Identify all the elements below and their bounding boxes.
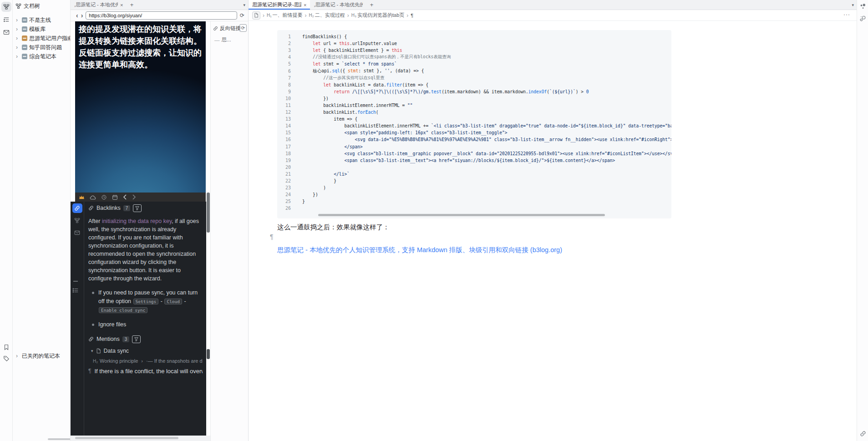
code-line: 22 } (277, 177, 671, 184)
chevron-right-icon[interactable]: › (16, 44, 20, 51)
line-number: 2 (277, 41, 291, 46)
close-tab-icon[interactable]: × (304, 2, 306, 8)
tab-menu-chevron-icon[interactable]: ▾ (243, 3, 245, 7)
outline-dock-button[interactable] (1, 15, 11, 25)
history-icon[interactable] (101, 194, 107, 200)
mention-result-row[interactable]: ¶ If there is a file conflict, the local… (88, 368, 203, 375)
line-number: 1 (277, 34, 291, 39)
doc-tree-dock-button[interactable] (1, 2, 11, 12)
pilcrow-icon: ¶ (270, 233, 274, 240)
breadcrumb-separator: › (406, 12, 408, 19)
back-button[interactable]: ‹ (76, 12, 78, 19)
list-gutter-icon[interactable] (72, 287, 79, 294)
tab-menu-chevron-icon[interactable]: ▾ (852, 3, 854, 7)
code-line: 18 <svg class="b3-list-item__graphic pop… (277, 150, 671, 157)
browser-vscrollbar[interactable] (206, 21, 210, 436)
filter-button[interactable] (133, 204, 142, 212)
chevron-left-icon[interactable] (123, 194, 127, 200)
url-input[interactable] (86, 11, 237, 20)
crown-icon[interactable] (79, 195, 85, 200)
sidebar-notebook-item[interactable]: ›不是主线 (13, 15, 70, 25)
bullet-item[interactable]: Ignore files (92, 320, 201, 329)
graph-tab-button[interactable] (72, 216, 82, 225)
code-line: 3 let { backlinkListElement } = this (277, 47, 671, 54)
code-lines: 1findBacklinks() {2 let url = this.urlIn… (277, 33, 671, 212)
line-number: 21 (277, 172, 291, 177)
cloud-icon[interactable] (90, 195, 96, 200)
inbox-dock-button[interactable] (1, 27, 11, 37)
code-line: 26 (277, 205, 671, 212)
sidebar-notebook-item[interactable]: ›思源笔记用户指南 (13, 34, 70, 43)
browser-pane: ,思源笔记 - 本地优先的 × + ▾ ‹ › ⟳ 接的提及发现潜在的知识关联，… (71, 0, 248, 441)
line-number: 19 (277, 158, 291, 163)
backlink-tab-button[interactable] (72, 203, 82, 213)
breadcrumb-item[interactable]: H₃实现仿浏览器的tab页 (351, 12, 405, 19)
inbox-tab-button[interactable] (72, 228, 82, 238)
more-icon[interactable]: ··· (843, 11, 850, 18)
bullet-item[interactable]: If you need to pause sync, you can turn … (92, 289, 201, 314)
sidebar-notebook-item[interactable]: ›知乎回答问题 (13, 43, 70, 52)
refresh-button[interactable]: ⟳ (239, 24, 247, 32)
forward-button[interactable]: › (81, 12, 83, 19)
chevron-right-icon[interactable]: › (16, 53, 20, 60)
code-hscrollbar[interactable] (318, 214, 605, 216)
link-icon (74, 205, 80, 211)
code-block[interactable]: 1findBacklinks() {2 let url = this.urlIn… (277, 30, 671, 218)
chevron-right-icon[interactable]: › (16, 35, 20, 41)
chevron-right-icon[interactable] (132, 194, 136, 200)
close-tab-icon[interactable]: × (120, 2, 123, 8)
chevron-right-icon[interactable]: › (16, 17, 20, 23)
code-line: 19 <span class="b3-list-item__text"><a h… (277, 157, 671, 164)
chevron-right-icon[interactable]: › (16, 26, 20, 32)
breadcrumb-item[interactable]: ¶ (411, 13, 413, 18)
scrollbar-thumb[interactable] (207, 193, 210, 233)
global-graph-dock-button[interactable] (858, 14, 867, 23)
chevron-down-icon[interactable]: ▾ (91, 349, 93, 353)
backlink-strip-item[interactable]: — 思... (211, 32, 248, 43)
tab-label: ,思源笔记 - 本地优先的 (314, 1, 363, 8)
breadcrumb-item[interactable]: H₂二、实现过程 (309, 12, 345, 19)
code-line: 23 ) (277, 184, 671, 191)
calendar-icon[interactable] (112, 194, 118, 200)
filter-button[interactable] (132, 335, 141, 343)
scrollbar-thumb[interactable] (75, 437, 178, 439)
scrollbar-thumb[interactable] (207, 349, 210, 359)
editor-content[interactable]: 1findBacklinks() {2 let url = this.urlIn… (249, 21, 857, 441)
dash-gutter-icon[interactable] (72, 280, 79, 283)
editor-tab[interactable]: 思源笔记折腾记录-思源P× (249, 0, 310, 10)
graph-dock-button[interactable] (858, 2, 867, 11)
breadcrumb-item[interactable]: H₁一、前情提要 (267, 12, 303, 19)
editor-tab[interactable]: ,思源笔记 - 本地优先的 (310, 0, 366, 10)
tag-dock-button[interactable] (1, 354, 11, 364)
refresh-icon[interactable]: ⟳ (240, 12, 244, 19)
closed-notebooks-item[interactable]: › 已关闭的笔记本 (13, 351, 60, 360)
webpage-view[interactable]: 接的提及发现潜在的知识关联，将提及转换为链接来固化关联结构。反链面板支持过滤搜索… (75, 21, 206, 193)
code-line: 14 backlinkListElement.innerHTML += `<li… (277, 122, 671, 129)
notebook-icon (22, 26, 27, 32)
panel-hscrollbar[interactable] (71, 436, 210, 441)
line-number: 5 (277, 61, 291, 66)
sidebar-notebook-item[interactable]: ›综合笔记本 (13, 52, 70, 61)
mention-doc-row[interactable]: ▾ Data sync (91, 348, 203, 354)
notebook-label: 知乎回答问题 (29, 44, 62, 51)
line-number: 3 (277, 48, 291, 53)
mention-breadcrumb-row[interactable]: H₂Working principle › ·— If the snapshot… (93, 358, 203, 364)
new-tab-button[interactable]: + (127, 0, 137, 10)
doc-tree-header: 文档树 (13, 0, 70, 13)
notebook-label: 模板库 (29, 25, 46, 33)
line-number: 18 (277, 151, 291, 156)
new-tab-button[interactable]: + (366, 0, 376, 10)
document-icon[interactable] (252, 11, 260, 20)
bullet-dot (92, 324, 94, 326)
backlink-paragraph[interactable]: After initializing the data repo key, if… (88, 217, 203, 283)
sidebar-hscrollbar[interactable] (48, 438, 71, 440)
heading-tag: H₃ (351, 13, 356, 18)
doc-tree-title: 文档树 (24, 2, 40, 10)
sidebar-notebook-item[interactable]: ›模板库 (13, 25, 70, 34)
code-line: 8 let backlinkList = data.filter(item =>… (277, 81, 671, 88)
paragraph-text[interactable]: 这么一通鼓捣之后：效果就像这样了： (277, 223, 390, 232)
bookmark-dock-button[interactable] (1, 342, 11, 352)
browser-tab[interactable]: ,思源笔记 - 本地优先的 × (71, 0, 127, 10)
document-link[interactable]: 思源笔记 - 本地优先的个人知识管理系统，支持 Markdown 排版、块级引用… (277, 246, 562, 254)
backlink-dock-button[interactable] (858, 429, 868, 439)
